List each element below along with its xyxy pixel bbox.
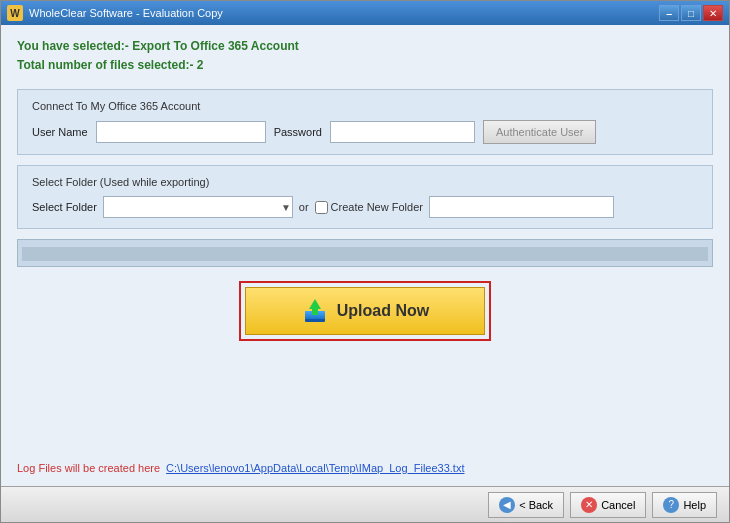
folder-select-wrapper: ▼ [103,196,293,218]
cancel-button[interactable]: ✕ Cancel [570,492,646,518]
cancel-label: Cancel [601,499,635,511]
progress-area [17,239,713,267]
password-input[interactable] [330,121,475,143]
password-label: Password [274,126,322,138]
title-bar-left: W WholeClear Software - Evaluation Copy [7,5,223,21]
upload-now-label: Upload Now [337,302,429,320]
connect-section: Connect To My Office 365 Account User Na… [17,89,713,155]
connect-section-label: Connect To My Office 365 Account [32,100,698,112]
upload-icon [301,297,329,325]
folder-select[interactable] [103,196,293,218]
cancel-icon: ✕ [581,497,597,513]
bottom-bar: ◀ < Back ✕ Cancel ? Help [1,486,729,522]
or-label: or [299,201,309,213]
help-icon: ? [663,497,679,513]
log-section: Log Files will be created here C:\Users\… [17,458,713,474]
back-icon: ◀ [499,497,515,513]
select-folder-label: Select Folder [32,201,97,213]
create-folder-checkbox[interactable] [315,201,328,214]
folder-row: Select Folder ▼ or Create New Folder [32,196,698,218]
info-section: You have selected:- Export To Office 365… [17,37,713,75]
upload-btn-wrapper: Upload Now [239,281,491,341]
new-folder-input[interactable] [429,196,614,218]
credentials-row: User Name Password Authenticate User [32,120,698,144]
log-file-link[interactable]: C:\Users\lenovo1\AppData\Local\Temp\IMap… [166,462,464,474]
title-bar: W WholeClear Software - Evaluation Copy … [1,1,729,25]
upload-now-button[interactable]: Upload Now [245,287,485,335]
log-label: Log Files will be created here [17,462,160,474]
upload-section: Upload Now [17,281,713,341]
svg-rect-3 [305,319,325,322]
create-folder-label-text: Create New Folder [331,201,423,213]
help-button[interactable]: ? Help [652,492,717,518]
create-folder-checkbox-label[interactable]: Create New Folder [315,201,423,214]
back-label: < Back [519,499,553,511]
app-icon: W [7,5,23,21]
folder-section-label: Select Folder (Used while exporting) [32,176,698,188]
back-button[interactable]: ◀ < Back [488,492,564,518]
files-count-info: Total number of files selected:- 2 [17,56,713,75]
minimize-button[interactable]: ‒ [659,5,679,21]
maximize-button[interactable]: □ [681,5,701,21]
selected-export-info: You have selected:- Export To Office 365… [17,37,713,56]
window-title: WholeClear Software - Evaluation Copy [29,7,223,19]
folder-section: Select Folder (Used while exporting) Sel… [17,165,713,229]
close-button[interactable]: ✕ [703,5,723,21]
main-content: You have selected:- Export To Office 365… [1,25,729,486]
progress-bar-track [22,247,708,261]
authenticate-user-button[interactable]: Authenticate User [483,120,596,144]
main-window: W WholeClear Software - Evaluation Copy … [0,0,730,523]
username-label: User Name [32,126,88,138]
username-input[interactable] [96,121,266,143]
help-label: Help [683,499,706,511]
window-controls: ‒ □ ✕ [659,5,723,21]
